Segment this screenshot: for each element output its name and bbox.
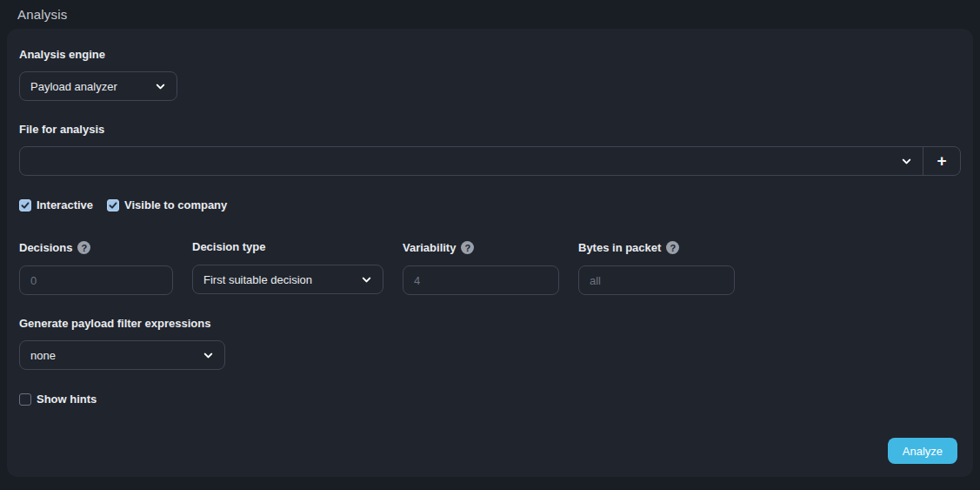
- check-icon: [21, 201, 30, 210]
- help-icon[interactable]: ?: [77, 241, 90, 254]
- show-hints-checkbox-label: Show hints: [37, 393, 97, 406]
- analysis-form-panel: Analysis engine Payload analyzer File fo…: [7, 29, 973, 477]
- chevron-down-icon: [361, 274, 372, 285]
- plus-icon: +: [937, 152, 946, 169]
- interactive-checkbox-label: Interactive: [37, 198, 93, 211]
- analysis-engine-selected-value: Payload analyzer: [30, 80, 146, 93]
- variability-field-group: Variability ?: [403, 241, 559, 295]
- show-hints-row: Show hints: [19, 393, 961, 406]
- interactive-checkbox[interactable]: [19, 199, 31, 211]
- help-icon[interactable]: ?: [666, 241, 679, 254]
- analysis-engine-group: Analysis engine Payload analyzer: [19, 49, 961, 101]
- show-hints-checkbox[interactable]: [19, 393, 31, 406]
- variability-label-row: Variability ?: [403, 241, 559, 254]
- show-hints-checkbox-item[interactable]: Show hints: [19, 393, 97, 406]
- file-for-analysis-select[interactable]: [20, 147, 923, 175]
- variability-label: Variability: [403, 242, 456, 254]
- generate-expressions-selected-value: none: [30, 349, 194, 362]
- decisions-field-group: Decisions ?: [19, 241, 173, 295]
- bytes-in-packet-label-row: Bytes in packet ?: [578, 241, 735, 254]
- visible-to-company-checkbox[interactable]: [107, 199, 119, 211]
- page-title: Analysis: [17, 7, 67, 22]
- form-actions: Analyze: [888, 438, 957, 464]
- bytes-in-packet-field-group: Bytes in packet ?: [578, 241, 735, 295]
- add-file-button[interactable]: +: [923, 147, 960, 175]
- variability-input[interactable]: [403, 265, 559, 295]
- interactive-checkbox-item[interactable]: Interactive: [19, 198, 93, 211]
- options-checkbox-row: Interactive Visible to company: [19, 198, 961, 211]
- visible-to-company-checkbox-label: Visible to company: [124, 198, 227, 211]
- visible-to-company-checkbox-item[interactable]: Visible to company: [107, 198, 227, 211]
- help-icon[interactable]: ?: [461, 241, 474, 254]
- generate-expressions-label: Generate payload filter expressions: [19, 318, 961, 330]
- bytes-in-packet-input[interactable]: [578, 265, 735, 295]
- decision-type-field-group: Decision type First suitable decision: [192, 241, 383, 295]
- file-for-analysis-label: File for analysis: [19, 124, 961, 136]
- analysis-engine-select[interactable]: Payload analyzer: [19, 71, 177, 101]
- parameters-row: Decisions ? Decision type First suitable…: [19, 241, 961, 295]
- chevron-down-icon: [155, 81, 166, 92]
- decision-type-label: Decision type: [192, 241, 383, 253]
- file-for-analysis-input-group: +: [19, 146, 961, 176]
- decisions-input[interactable]: [19, 265, 173, 295]
- decision-type-selected-value: First suitable decision: [203, 273, 352, 286]
- analyze-button[interactable]: Analyze: [888, 438, 957, 464]
- decisions-label-row: Decisions ?: [19, 241, 173, 254]
- page-header: Analysis: [0, 0, 980, 29]
- analysis-engine-label: Analysis engine: [19, 49, 961, 61]
- chevron-down-icon: [203, 350, 214, 361]
- decisions-label: Decisions: [19, 242, 72, 254]
- file-for-analysis-group: File for analysis +: [19, 124, 961, 176]
- generate-expressions-select[interactable]: none: [19, 340, 225, 370]
- generate-expressions-group: Generate payload filter expressions none: [19, 318, 961, 370]
- decision-type-select[interactable]: First suitable decision: [192, 265, 383, 294]
- check-icon: [109, 201, 117, 210]
- chevron-down-icon: [901, 156, 912, 167]
- bytes-in-packet-label: Bytes in packet: [578, 242, 661, 254]
